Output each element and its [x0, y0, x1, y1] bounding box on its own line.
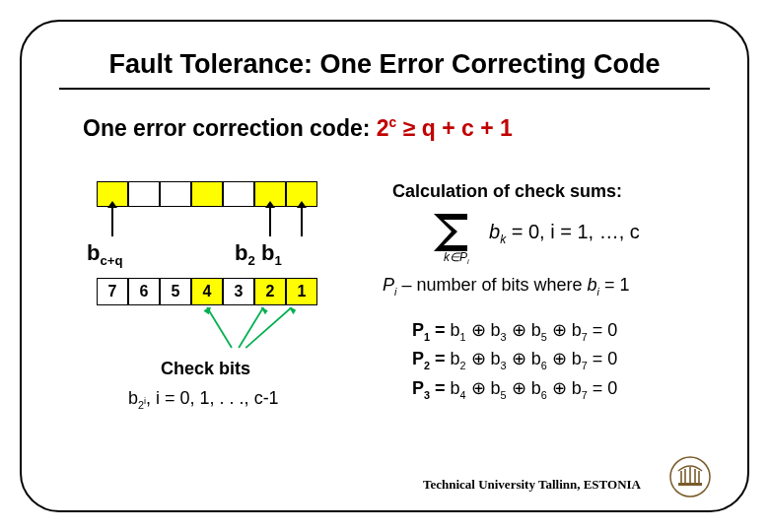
top-bitstrip [97, 181, 373, 207]
sigma-eq: = 0, i = 1, …, c [506, 221, 640, 242]
slide-frame: Fault Tolerance: One Error Correcting Co… [20, 20, 749, 512]
university-logo-icon [668, 455, 712, 499]
peq-i: 1 [424, 330, 430, 342]
bit-cell: 7 [97, 278, 128, 305]
svg-marker-3 [260, 307, 268, 314]
peq-P: P [412, 349, 424, 368]
svg-marker-5 [288, 307, 296, 314]
formula-base: 2 [377, 115, 389, 141]
title-underline [59, 88, 710, 90]
bit-cell: 1 [286, 278, 317, 305]
content-area: bc+q b2 b1 7 6 5 4 3 2 1 [57, 181, 712, 477]
peq-t: 1 [460, 330, 466, 342]
strip-cell [223, 181, 254, 207]
peq-i: 2 [424, 360, 430, 371]
label-b2-base: b [235, 240, 247, 265]
svg-line-2 [239, 307, 263, 348]
bit-cell: 5 [160, 278, 191, 305]
bit-cell: 6 [128, 278, 160, 305]
peq-t: 3 [501, 330, 507, 342]
parity-eq: P3 = b4 ⊕ b5 ⊕ b6 ⊕ b7 = 0 [412, 377, 747, 401]
label-b2b1: b2 b1 [235, 240, 282, 268]
strip-cell [160, 181, 191, 207]
peq-t: 7 [582, 388, 588, 400]
peq-t: 6 [541, 360, 547, 371]
calc-heading: Calculation of check sums: [392, 181, 747, 202]
pi-tail: = 1 [599, 275, 630, 295]
svg-line-4 [245, 307, 291, 348]
label-b1-sub: 1 [274, 253, 281, 268]
sigma-formula: k∈Pi bk = 0, i = 1, …, c [428, 208, 747, 259]
sigma-bk: b [489, 221, 500, 242]
svg-marker-1 [203, 307, 211, 314]
bit-cell: 4 [191, 278, 223, 305]
footer-text: Technical University Tallinn, ESTONIA [423, 477, 641, 493]
pow-base: b [128, 388, 138, 408]
sigma-sub-i: i [467, 257, 469, 266]
check-bits-label: Check bits [161, 359, 250, 379]
pi-P: P [383, 275, 394, 295]
label-b1-base: b [261, 240, 274, 265]
check-lines-svg [97, 307, 317, 357]
peq-t: 5 [541, 330, 547, 342]
pi-rest: – number of bits where [396, 275, 587, 295]
svg-line-0 [207, 307, 232, 348]
bit-labels-row: bc+q b2 b1 [97, 240, 373, 268]
label-bcq-sub: c+q [100, 253, 122, 268]
peq-t: 5 [501, 388, 507, 400]
right-column: Calculation of check sums: k∈Pi bk = 0, … [392, 181, 747, 406]
left-column: bc+q b2 b1 7 6 5 4 3 2 1 [67, 181, 373, 305]
subtitle-prefix: One error correction code: [83, 115, 377, 141]
pow-rest: , i = 0, 1, . . ., c-1 [146, 388, 279, 408]
arrow-up-icon [301, 207, 303, 236]
pi-note: Pi – number of bits where bi = 1 [383, 275, 747, 298]
subtitle: One error correction code: 2c ≥ q + c + … [83, 115, 712, 142]
peq-t: 7 [582, 360, 588, 371]
svg-rect-7 [678, 483, 702, 486]
peq-P: P [412, 378, 424, 398]
peq-P: P [412, 320, 424, 340]
formula-rest: ≥ q + c + 1 [396, 115, 512, 141]
peq-t: 6 [541, 388, 547, 400]
strip-cell [191, 181, 223, 207]
pi-b: b [588, 275, 597, 295]
label-b2-sub: 2 [247, 253, 254, 268]
bit-cell: 3 [223, 278, 254, 305]
power-of-two-label: b2i, i = 0, 1, . . ., c-1 [128, 388, 279, 411]
parity-eq: P2 = b2 ⊕ b3 ⊕ b6 ⊕ b7 = 0 [412, 348, 747, 371]
peq-i: 3 [424, 388, 430, 400]
parity-equations: P1 = b1 ⊕ b3 ⊕ b5 ⊕ b7 = 0 P2 = b2 ⊕ b3 … [412, 319, 747, 401]
arrow-up-icon [269, 207, 271, 236]
numbered-bitstrip: 7 6 5 4 3 2 1 [97, 278, 373, 305]
sigma-sub-k: k∈P [444, 250, 467, 264]
slide-title: Fault Tolerance: One Error Correcting Co… [57, 49, 712, 80]
strip-cell [128, 181, 160, 207]
peq-t: 2 [460, 360, 466, 371]
label-bcq-base: b [87, 240, 100, 265]
peq-t: 4 [460, 388, 466, 400]
arrow-up-icon [111, 207, 113, 236]
peq-t: 3 [501, 360, 507, 371]
parity-eq: P1 = b1 ⊕ b3 ⊕ b5 ⊕ b7 = 0 [412, 319, 747, 343]
bit-cell: 2 [254, 278, 286, 305]
peq-t: 7 [582, 330, 588, 342]
label-bcq: bc+q [87, 240, 123, 268]
